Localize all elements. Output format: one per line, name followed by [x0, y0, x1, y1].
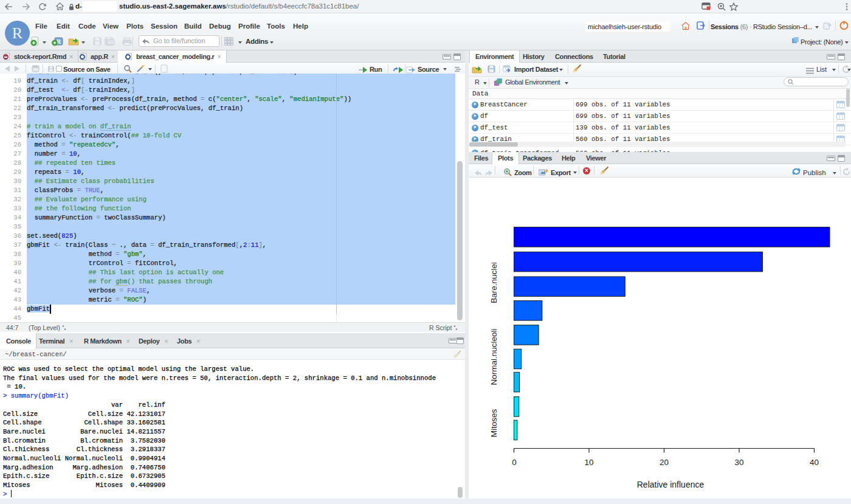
svg-text:20: 20: [660, 458, 669, 467]
svg-text:0: 0: [512, 458, 517, 467]
svg-text:Relative influence: Relative influence: [637, 480, 705, 489]
svg-text:Mitoses: Mitoses: [489, 409, 498, 437]
svg-text:40: 40: [810, 458, 819, 467]
svg-text:Bare.nuclei: Bare.nuclei: [489, 262, 498, 303]
svg-text:10: 10: [584, 458, 593, 467]
svg-text:30: 30: [734, 458, 743, 467]
svg-text:Normal.nucleoli: Normal.nucleoli: [489, 328, 498, 385]
